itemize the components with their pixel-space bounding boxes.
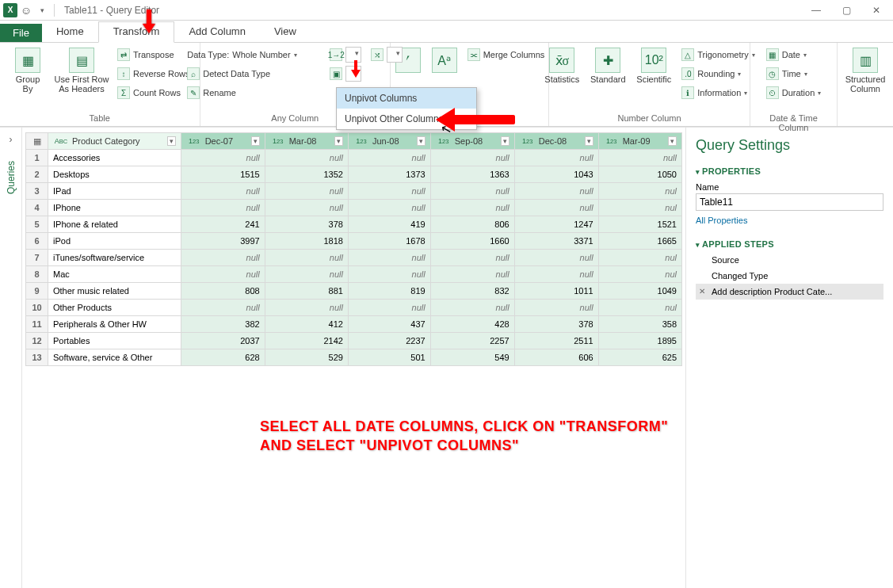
qat-dropdown-icon[interactable]: ▾ (35, 3, 49, 17)
cell-category[interactable]: Other Products (48, 300, 181, 316)
cell-value[interactable]: 628 (181, 349, 265, 366)
cell-value[interactable]: 1678 (348, 233, 430, 250)
group-by-button[interactable]: ▦ Group By (5, 44, 51, 97)
cell-value[interactable]: null (514, 300, 598, 316)
cell-value[interactable]: null (514, 266, 598, 283)
filter-dropdown-icon[interactable]: ▾ (585, 136, 593, 146)
cell-value[interactable]: 378 (265, 216, 348, 233)
cell-value[interactable]: 437 (348, 316, 430, 333)
cell-value[interactable]: 625 (598, 349, 681, 366)
date-button[interactable]: ▦Date (763, 46, 825, 63)
row-header[interactable]: 6 (26, 233, 48, 250)
time-button[interactable]: ◷Time (763, 65, 825, 82)
cell-value[interactable]: 1373 (348, 166, 430, 183)
cell-value[interactable]: 1043 (514, 166, 598, 183)
cell-value[interactable]: null (265, 300, 348, 316)
unpivot-dropdown-button[interactable]: ⤭ (368, 46, 406, 63)
cell-value[interactable]: 3997 (181, 233, 265, 250)
cell-value[interactable]: 529 (265, 349, 348, 366)
trigonometry-button[interactable]: △Trigonometry (678, 46, 758, 63)
cell-value[interactable]: 1660 (430, 233, 514, 250)
corner-cell[interactable]: ▦ (26, 133, 48, 150)
cell-value[interactable]: null (430, 250, 514, 266)
cell-value[interactable]: null (181, 300, 265, 316)
cell-value[interactable]: null (181, 183, 265, 200)
cell-value[interactable]: nul (598, 300, 681, 316)
cell-value[interactable]: nul (598, 183, 681, 200)
row-header[interactable]: 4 (26, 200, 48, 216)
cell-value[interactable]: 1363 (430, 166, 514, 183)
cell-value[interactable]: 1049 (598, 283, 681, 300)
standard-button[interactable]: ✚Standard (585, 44, 631, 87)
cell-value[interactable]: 1521 (598, 216, 681, 233)
cell-value[interactable]: null (430, 266, 514, 283)
cell-value[interactable]: nul (598, 200, 681, 216)
cell-value[interactable]: null (348, 300, 430, 316)
cell-value[interactable]: 806 (430, 216, 514, 233)
cell-value[interactable]: 832 (430, 283, 514, 300)
cell-value[interactable]: null (430, 150, 514, 166)
data-type-button[interactable]: Data Type: Whole Number (184, 46, 323, 63)
cell-value[interactable]: null (181, 266, 265, 283)
rename-button[interactable]: ✎Rename (184, 84, 323, 101)
qat-emoji-icon[interactable]: ☺ (19, 3, 33, 17)
filter-dropdown-icon[interactable]: ▾ (417, 136, 426, 146)
cell-category[interactable]: Accessories (48, 150, 181, 166)
close-button[interactable]: ✕ (863, 2, 890, 18)
cell-value[interactable]: null (430, 200, 514, 216)
column-header-dec08[interactable]: 123Dec-08▾ (514, 133, 598, 150)
cell-value[interactable]: null (265, 250, 348, 266)
cell-value[interactable]: 2257 (430, 333, 514, 349)
cell-value[interactable]: null (514, 150, 598, 166)
minimize-button[interactable]: — (803, 2, 830, 18)
cell-value[interactable]: 1515 (181, 166, 265, 183)
cell-value[interactable]: 358 (598, 316, 681, 333)
column-header-dec07[interactable]: 123Dec-07▾ (181, 133, 265, 150)
cell-value[interactable]: null (348, 200, 430, 216)
column-header-mar09[interactable]: 123Mar-09▾ (598, 133, 681, 150)
cell-value[interactable]: 1050 (598, 166, 681, 183)
cell-value[interactable]: null (430, 300, 514, 316)
duration-button[interactable]: ⏲Duration (763, 84, 825, 101)
structured-column-button[interactable]: ▥Structured Column (842, 44, 888, 97)
cell-value[interactable]: null (348, 250, 430, 266)
menu-item-unpivot-columns[interactable]: Unpivot Columns (337, 88, 476, 109)
applied-step[interactable]: Add description Product Cate... (696, 284, 883, 300)
maximize-button[interactable]: ▢ (833, 2, 860, 18)
filter-dropdown-icon[interactable]: ▾ (501, 136, 509, 146)
replace-values-button[interactable]: 1→2 (326, 46, 364, 63)
tab-add-column[interactable]: Add Column (174, 22, 260, 42)
count-rows-button[interactable]: ΣCount Rows (114, 84, 193, 101)
cell-value[interactable]: null (514, 200, 598, 216)
row-header[interactable]: 11 (26, 316, 48, 333)
cell-value[interactable]: null (181, 250, 265, 266)
cell-value[interactable]: nul (598, 250, 681, 266)
cell-value[interactable]: null (181, 200, 265, 216)
cell-value[interactable]: null (348, 150, 430, 166)
menu-item-unpivot-other-columns[interactable]: Unpivot Other Columns (337, 109, 476, 129)
cell-value[interactable]: 2037 (181, 333, 265, 349)
filter-dropdown-icon[interactable]: ▾ (167, 136, 176, 146)
cell-category[interactable]: Portables (48, 333, 181, 349)
reverse-rows-button[interactable]: ↕Reverse Rows (114, 65, 193, 82)
row-header[interactable]: 7 (26, 250, 48, 266)
row-header[interactable]: 13 (26, 349, 48, 366)
cell-category[interactable]: IPad (48, 183, 181, 200)
applied-step[interactable]: Source (696, 252, 883, 268)
cell-value[interactable]: 881 (265, 283, 348, 300)
cell-category[interactable]: iTunes/software/service (48, 250, 181, 266)
row-header[interactable]: 9 (26, 283, 48, 300)
merge-columns-button[interactable]: ⫘Merge Columns (464, 46, 548, 63)
detect-data-type-button[interactable]: ⌕Detect Data Type (184, 65, 323, 82)
cell-category[interactable]: iPod (48, 233, 181, 250)
cell-value[interactable]: 808 (181, 283, 265, 300)
cell-category[interactable]: IPhone (48, 200, 181, 216)
cell-value[interactable]: null (430, 183, 514, 200)
cell-value[interactable]: 1011 (514, 283, 598, 300)
row-header[interactable]: 2 (26, 166, 48, 183)
queries-rail[interactable]: › Queries (0, 128, 22, 588)
cell-value[interactable]: null (265, 183, 348, 200)
cell-value[interactable]: 501 (348, 349, 430, 366)
cell-value[interactable]: 428 (430, 316, 514, 333)
data-grid[interactable]: ▦ABCProduct Category▾123Dec-07▾123Mar-08… (25, 132, 682, 366)
